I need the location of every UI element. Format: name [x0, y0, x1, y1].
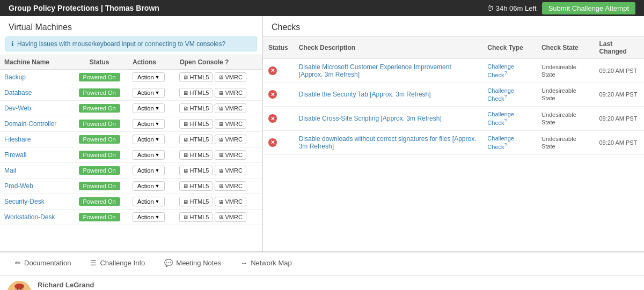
action-button[interactable]: Action ▼	[133, 197, 165, 206]
html5-button[interactable]: 🖥 HTML5	[179, 212, 213, 222]
vm-actions[interactable]: Action ▼	[128, 132, 175, 147]
tab-meeting-notes[interactable]: 💬Meeting Notes	[155, 252, 231, 276]
tab-challenge-info[interactable]: ☰Challenge Info	[80, 252, 155, 276]
check-description[interactable]: Disable Microsoft Customer Experience Im…	[299, 63, 451, 78]
status-badge: Powered On	[79, 135, 120, 144]
action-button[interactable]: Action ▼	[133, 135, 165, 144]
status-badge: Powered On	[79, 73, 120, 81]
vm-actions[interactable]: Action ▼	[128, 147, 175, 163]
check-description[interactable]: Disable Cross-Site Scripting [Approx. 3m…	[299, 115, 442, 122]
vm-actions[interactable]: Action ▼	[128, 116, 175, 132]
action-button[interactable]: Action ▼	[133, 150, 165, 160]
monitor-icon: 🖥	[183, 152, 188, 158]
info-icon: ℹ	[11, 40, 14, 48]
tab-network-map[interactable]: ↔Network Map	[231, 252, 302, 276]
screen-icon: 🖥	[218, 75, 224, 80]
svg-point-4	[17, 288, 18, 289]
screen-icon: 🖥	[218, 183, 224, 189]
check-type-cell: Challenge Check?	[482, 107, 536, 131]
table-row: Dev-Web Powered On Action ▼ 🖥 HTML5 🖥 VM…	[0, 101, 262, 116]
vmrc-button[interactable]: 🖥 VMRC	[215, 103, 246, 113]
checks-panel: Checks Status Check Description Check Ty…	[263, 16, 644, 251]
vmrc-button[interactable]: 🖥 VMRC	[215, 150, 246, 160]
action-button[interactable]: Action ▼	[133, 119, 165, 129]
meeting-notes-icon: 💬	[164, 259, 173, 267]
check-state-label: Undesireable State	[541, 87, 576, 101]
vm-info-link[interactable]: Having issues with mouse/keyboard input …	[17, 40, 225, 48]
html5-button[interactable]: 🖥 HTML5	[179, 103, 213, 113]
vm-actions[interactable]: Action ▼	[128, 194, 175, 210]
table-row: Fileshare Powered On Action ▼ 🖥 HTML5 🖥 …	[0, 132, 262, 147]
vmrc-button[interactable]: 🖥 VMRC	[215, 166, 246, 175]
check-type-cell: Challenge Check?	[482, 130, 536, 154]
html5-button[interactable]: 🖥 HTML5	[179, 135, 213, 144]
vm-actions[interactable]: Action ▼	[128, 163, 175, 179]
main-content: Virtual Machines ℹ Having issues with mo…	[0, 16, 644, 252]
html5-button[interactable]: 🖥 HTML5	[179, 150, 213, 160]
challenge-info-icon: ☰	[90, 259, 97, 267]
check-state-cell: Undesireable State	[536, 83, 594, 107]
col-machine-name: Machine Name	[0, 55, 70, 70]
html5-button[interactable]: 🖥 HTML5	[179, 88, 213, 98]
vmrc-button[interactable]: 🖥 VMRC	[215, 135, 246, 144]
vm-actions[interactable]: Action ▼	[128, 179, 175, 194]
vm-table-wrapper[interactable]: Machine Name Status Actions Open Console…	[0, 55, 262, 251]
vmrc-button[interactable]: 🖥 VMRC	[215, 197, 246, 206]
tab-documentation[interactable]: ✏Documentation	[5, 252, 80, 276]
checks-title: Checks	[263, 16, 644, 36]
svg-point-5	[20, 288, 21, 289]
check-time-label: 09:20 AM PST	[599, 68, 637, 74]
check-time-label: 09:20 AM PST	[599, 115, 637, 122]
check-description[interactable]: Disable downloads without correct signat…	[299, 135, 477, 150]
vm-actions[interactable]: Action ▼	[128, 85, 175, 101]
action-button[interactable]: Action ▼	[133, 103, 165, 113]
status-badge: Powered On	[79, 197, 120, 206]
chat-author: Richard LeGrand	[38, 281, 636, 289]
header-right: ⏱ 34h 06m Left Submit Challenge Attempt	[487, 2, 635, 14]
table-row: ✕ Disable the Security Tab [Approx. 3m R…	[263, 83, 644, 107]
vm-actions[interactable]: Action ▼	[128, 70, 175, 85]
vm-console: 🖥 HTML5 🖥 VMRC	[175, 70, 262, 85]
table-row: Firewall Powered On Action ▼ 🖥 HTML5 🖥 V…	[0, 147, 262, 163]
vm-console: 🖥 HTML5 🖥 VMRC	[175, 163, 262, 179]
html5-button[interactable]: 🖥 HTML5	[179, 119, 213, 129]
check-type-label: Challenge Check?	[487, 87, 514, 102]
vm-actions[interactable]: Action ▼	[128, 210, 175, 225]
check-state-label: Undesireable State	[541, 136, 576, 150]
action-button[interactable]: Action ▼	[133, 212, 165, 222]
screen-icon: 🖥	[218, 90, 224, 96]
vmrc-button[interactable]: 🖥 VMRC	[215, 119, 246, 129]
action-button[interactable]: Action ▼	[133, 166, 165, 175]
table-row: Security-Desk Powered On Action ▼ 🖥 HTML…	[0, 194, 262, 210]
vm-status: Powered On	[70, 132, 128, 147]
screen-icon: 🖥	[218, 152, 224, 158]
table-row: Prod-Web Powered On Action ▼ 🖥 HTML5 🖥 V…	[0, 179, 262, 194]
vmrc-button[interactable]: 🖥 VMRC	[215, 72, 246, 82]
vm-actions[interactable]: Action ▼	[128, 101, 175, 116]
check-status-cell: ✕	[263, 59, 294, 83]
action-button[interactable]: Action ▼	[133, 88, 165, 98]
vm-console: 🖥 HTML5 🖥 VMRC	[175, 116, 262, 132]
check-description[interactable]: Disable the Security Tab [Approx. 3m Ref…	[299, 91, 431, 98]
submit-challenge-button[interactable]: Submit Challenge Attempt	[542, 2, 635, 14]
check-state-cell: Undesireable State	[536, 130, 594, 154]
table-row: ✕ Disable downloads without correct sign…	[263, 130, 644, 154]
vm-info-bar: ℹ Having issues with mouse/keyboard inpu…	[5, 36, 257, 51]
html5-button[interactable]: 🖥 HTML5	[179, 197, 213, 206]
table-row: Backup Powered On Action ▼ 🖥 HTML5 🖥 VMR…	[0, 70, 262, 85]
check-type-label: Challenge Check?	[487, 111, 514, 126]
action-button[interactable]: Action ▼	[133, 72, 165, 82]
action-button[interactable]: Action ▼	[133, 181, 165, 191]
vm-name: Workstation-Desk	[0, 210, 70, 225]
screen-icon: 🖥	[218, 168, 224, 174]
table-row: Mail Powered On Action ▼ 🖥 HTML5 🖥 VMRC	[0, 163, 262, 179]
html5-button[interactable]: 🖥 HTML5	[179, 166, 213, 175]
vmrc-button[interactable]: 🖥 VMRC	[215, 181, 246, 191]
vmrc-button[interactable]: 🖥 VMRC	[215, 88, 246, 98]
chat-area: Richard LeGrand @playerone, I just atten…	[0, 276, 644, 290]
screen-icon: 🖥	[218, 214, 224, 220]
vmrc-button[interactable]: 🖥 VMRC	[215, 212, 246, 222]
status-badge: Powered On	[79, 166, 120, 175]
html5-button[interactable]: 🖥 HTML5	[179, 181, 213, 191]
html5-button[interactable]: 🖥 HTML5	[179, 72, 213, 82]
